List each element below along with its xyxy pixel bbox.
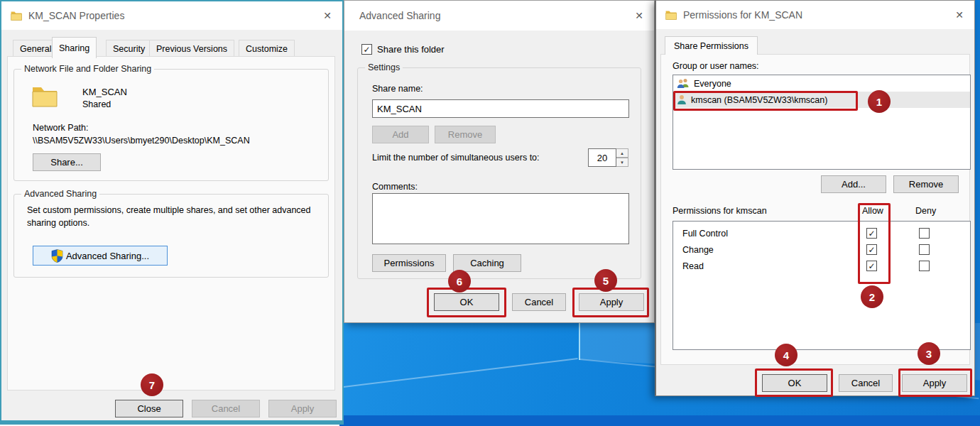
share-this-folder-row: ✓ Share this folder [361,44,445,55]
spinner-up-icon[interactable]: ▲ [616,148,628,158]
tab-customize[interactable]: Customize [239,40,295,58]
permission-label: Read [682,261,704,271]
permission-row-change: Change ✓ [673,242,970,258]
limit-users-input[interactable] [588,148,616,167]
permission-row-full-control: Full Control ✓ [673,226,970,242]
group-legend: Network File and Folder Sharing [21,64,154,74]
advanced-sharing-group: Advanced Sharing Set custom permissions,… [13,194,329,278]
deny-checkbox-full-control[interactable] [919,228,930,239]
advanced-sharing-titlebar: Advanced Sharing ✕ [344,1,654,31]
close-button[interactable]: Close [115,400,183,417]
step-7-annotation: 7 [141,373,163,396]
tab-security[interactable]: Security [106,40,152,58]
close-icon[interactable]: ✕ [624,1,654,30]
wallpaper-ray [579,323,580,360]
deny-checkbox-read[interactable] [919,261,930,271]
list-item-label: Everyone [694,79,731,89]
tab-previous-versions[interactable]: Previous Versions [149,40,234,58]
step-1-annotation: 1 [868,90,891,113]
add-button: Add [372,126,429,143]
tab-share-permissions[interactable]: Share Permissions [665,36,758,55]
deny-column-header: Deny [915,206,936,216]
dialog-title: Advanced Sharing [359,10,440,21]
comments-textarea[interactable] [372,193,629,244]
share-this-folder-label: Share this folder [377,44,445,55]
network-path-value: \\BSAM5V5ZW33\Users\bmyet290\Desktop\KM_… [33,136,250,146]
annotation-box-ok [427,288,506,317]
group-legend: Advanced Sharing [21,189,99,199]
annotation-box-ok [755,368,833,397]
step-4-annotation: 4 [775,344,797,366]
step-5-annotation: 5 [594,269,617,292]
remove-button: Remove [435,126,496,143]
permissions-for-label: Permissions for kmscan [673,206,767,216]
uac-shield-icon [51,249,63,263]
annotation-box-apply [572,288,649,317]
advanced-sharing-button[interactable]: Advanced Sharing... [33,246,168,266]
cancel-button[interactable]: Cancel [512,293,566,311]
list-item-everyone[interactable]: Everyone [673,75,970,92]
cancel-button: Cancel [192,400,260,417]
step-3-annotation: 3 [918,342,940,365]
settings-group: Settings Share name: Add Remove Limit th… [357,67,641,279]
permissions-dialog: Permissions for KM_SCAN ✕ Share Permissi… [655,0,975,396]
users-group-icon [677,78,690,89]
share-name-label: Share name: [372,84,423,94]
step-6-annotation: 6 [448,270,471,293]
annotation-box-kmscan [673,91,858,111]
dialog-title: Permissions for KM_SCAN [683,9,802,21]
sharing-tab-pane: Network File and Folder Sharing KM_SCAN … [7,56,335,390]
folder-icon [665,10,677,20]
limit-users-label: Limit the number of simultaneous users t… [372,153,540,163]
shared-folder-icon [31,85,58,108]
comments-label: Comments: [372,182,418,192]
wallpaper-bottom-band [339,415,980,426]
remove-button[interactable]: Remove [893,175,959,193]
network-sharing-group: Network File and Folder Sharing KM_SCAN … [13,69,329,181]
share-name-input[interactable] [372,99,629,118]
group-or-user-names-label: Group or user names: [673,61,759,71]
share-button[interactable]: Share... [33,153,101,171]
advanced-sharing-dialog: Advanced Sharing ✕ ✓ Share this folder S… [344,0,655,323]
close-icon[interactable]: ✕ [312,1,342,30]
deny-checkbox-change[interactable] [919,244,930,255]
shared-folder-name: KM_SCAN [82,87,127,97]
advanced-sharing-button-label: Advanced Sharing... [66,251,149,261]
permissions-list: Full Control ✓ Change ✓ Read ✓ [673,221,971,350]
permissions-button[interactable]: Permissions [372,254,446,272]
step-2-annotation: 2 [861,285,883,308]
annotation-box-allow-column [858,203,891,284]
wallpaper-ray [344,358,578,388]
permissions-titlebar: Permissions for KM_SCAN ✕ [656,1,974,29]
dialog-title: KM_SCAN Properties [28,10,124,21]
shared-folder-state: Shared [82,99,111,109]
share-this-folder-checkbox[interactable]: ✓ [361,44,372,55]
properties-titlebar: KM_SCAN Properties ✕ [1,1,342,30]
spinner-down-icon[interactable]: ▼ [616,158,628,167]
permission-label: Change [682,245,714,255]
permission-label: Full Control [682,229,728,239]
cancel-button[interactable]: Cancel [839,374,893,392]
annotation-box-apply [898,368,972,397]
close-icon[interactable]: ✕ [944,1,974,29]
simultaneous-users-spinner: ▲ ▼ [588,148,628,167]
add-button[interactable]: Add... [821,175,886,193]
caching-button[interactable]: Caching [453,254,521,272]
permission-row-read: Read ✓ [673,258,970,275]
tab-sharing[interactable]: Sharing [52,37,97,58]
km-scan-properties-dialog: KM_SCAN Properties ✕ General Sharing Sec… [0,0,344,425]
network-path-label: Network Path: [33,123,89,133]
advanced-sharing-description: Set custom permissions, create multiple … [27,204,320,229]
group-legend: Settings [365,62,403,72]
share-permissions-pane: Group or user names: Everyone kmscan (BS… [660,54,970,365]
apply-button: Apply [268,400,337,417]
group-user-list: Everyone kmscan (BSAM5V5ZW33\kmscan) [673,75,971,170]
folder-icon [11,11,22,21]
